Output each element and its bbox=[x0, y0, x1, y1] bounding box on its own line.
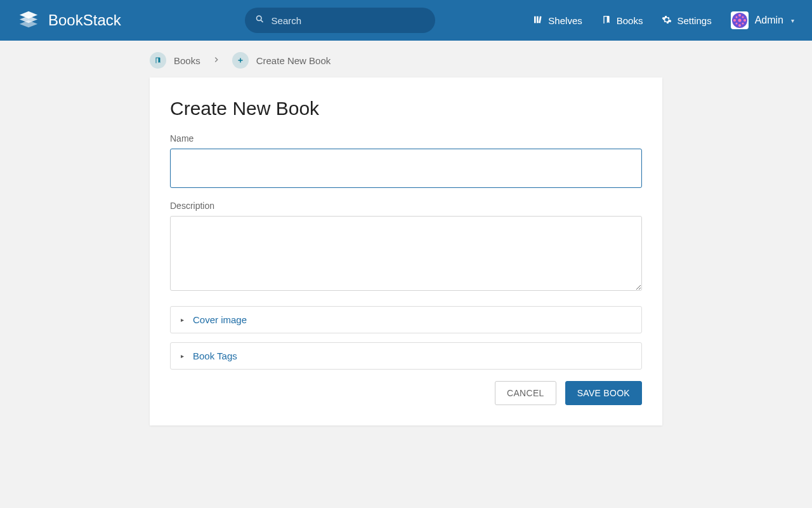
book-tags-label: Book Tags bbox=[193, 351, 237, 361]
user-menu[interactable]: Admin ▾ bbox=[731, 11, 794, 29]
caret-right-icon: ▸ bbox=[181, 352, 184, 359]
nav-settings-label: Settings bbox=[677, 15, 711, 26]
breadcrumb-current-label: Create New Book bbox=[256, 55, 331, 66]
form-card: Create New Book Name Description ▸ Cover… bbox=[150, 77, 662, 425]
gear-icon bbox=[662, 15, 672, 27]
chevron-right-icon bbox=[212, 55, 221, 66]
form-actions: CANCEL SAVE BOOK bbox=[170, 381, 642, 405]
header-nav: Shelves Books Settings bbox=[533, 11, 794, 29]
app-header: BookStack Shelves Books Settings bbox=[0, 0, 812, 41]
svg-marker-2 bbox=[20, 20, 37, 27]
breadcrumb-books-label: Books bbox=[174, 55, 200, 66]
svg-rect-7 bbox=[539, 16, 541, 23]
user-name: Admin bbox=[755, 15, 783, 26]
svg-point-17 bbox=[742, 23, 743, 25]
nav-books-label: Books bbox=[617, 15, 643, 26]
cover-image-section[interactable]: ▸ Cover image bbox=[170, 306, 642, 333]
svg-point-14 bbox=[735, 17, 737, 18]
svg-rect-5 bbox=[534, 16, 536, 23]
logo-link[interactable]: BookStack bbox=[18, 10, 121, 31]
name-input[interactable] bbox=[170, 149, 642, 188]
nav-settings[interactable]: Settings bbox=[662, 15, 711, 27]
description-label: Description bbox=[170, 201, 642, 211]
page-title: Create New Book bbox=[170, 98, 642, 119]
nav-books[interactable]: Books bbox=[601, 15, 643, 27]
name-label: Name bbox=[170, 133, 642, 144]
nav-shelves[interactable]: Shelves bbox=[533, 15, 582, 27]
svg-point-13 bbox=[743, 19, 746, 22]
avatar bbox=[731, 11, 749, 29]
svg-point-15 bbox=[742, 17, 743, 18]
description-input[interactable] bbox=[170, 216, 642, 291]
bookstack-logo-icon bbox=[18, 10, 39, 31]
svg-point-11 bbox=[738, 24, 741, 27]
svg-point-10 bbox=[738, 14, 741, 17]
description-field-block: Description bbox=[170, 201, 642, 293]
search-wrap bbox=[245, 8, 435, 33]
shelves-icon bbox=[533, 15, 543, 27]
nav-shelves-label: Shelves bbox=[548, 15, 582, 26]
name-field-block: Name bbox=[170, 133, 642, 188]
plus-icon bbox=[232, 52, 249, 69]
cancel-button[interactable]: CANCEL bbox=[495, 381, 556, 405]
breadcrumb-current: Create New Book bbox=[232, 52, 331, 69]
caret-right-icon: ▸ bbox=[181, 316, 184, 323]
breadcrumb: Books Create New Book bbox=[150, 41, 662, 77]
book-tags-section[interactable]: ▸ Book Tags bbox=[170, 342, 642, 370]
cover-image-label: Cover image bbox=[193, 314, 247, 325]
book-icon bbox=[150, 52, 166, 69]
svg-rect-6 bbox=[537, 16, 539, 23]
svg-point-18 bbox=[738, 19, 741, 22]
book-icon bbox=[601, 15, 612, 27]
svg-point-12 bbox=[733, 19, 736, 22]
chevron-down-icon: ▾ bbox=[791, 17, 794, 24]
app-name: BookStack bbox=[48, 11, 121, 29]
breadcrumb-books[interactable]: Books bbox=[150, 52, 200, 69]
save-book-button[interactable]: SAVE BOOK bbox=[565, 381, 642, 405]
svg-point-16 bbox=[735, 23, 737, 25]
search-input[interactable] bbox=[245, 8, 435, 33]
